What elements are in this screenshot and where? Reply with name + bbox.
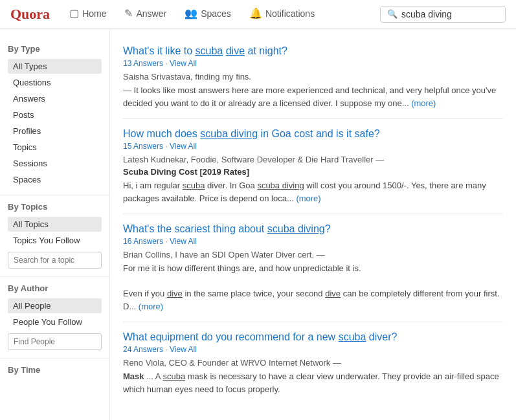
result-view-all[interactable]: View All <box>170 142 197 151</box>
results-pane: What's it like to scuba dive at night? 1… <box>110 28 516 420</box>
nav-notifications-label: Notifications <box>265 8 315 19</box>
sidebar-item-all-topics[interactable]: All Topics <box>8 217 102 232</box>
result-view-all[interactable]: View All <box>170 59 197 68</box>
by-topics-title: By Topics <box>8 202 102 212</box>
result-text: Hi, i am regular scuba diver. In Goa scu… <box>123 179 503 204</box>
search-input[interactable] <box>401 9 499 19</box>
divider-3 <box>0 358 109 359</box>
result-meta: 24 Answers · View All <box>123 345 503 354</box>
sidebar-item-posts[interactable]: Posts <box>8 107 102 122</box>
sidebar-item-all-people[interactable]: All People <box>8 298 102 313</box>
result-item: How much does scuba diving in Goa cost a… <box>123 119 503 214</box>
result-answers[interactable]: 16 Answers <box>123 237 163 246</box>
result-title[interactable]: What's it like to scuba dive at night? <box>123 45 503 57</box>
by-time-section: By Time <box>0 365 109 375</box>
spaces-icon: 👥 <box>185 7 197 19</box>
result-text: — It looks like most answers here are mo… <box>123 84 503 109</box>
sidebar: By Type All Types Questions Answers Post… <box>0 28 110 420</box>
result-view-all[interactable]: View All <box>170 345 197 354</box>
result-answers[interactable]: 15 Answers <box>123 142 163 151</box>
sidebar-item-questions[interactable]: Questions <box>8 75 102 90</box>
notifications-icon: 🔔 <box>249 7 262 19</box>
result-item: What equipment do you recommend for a ne… <box>123 322 503 404</box>
result-meta: 15 Answers · View All <box>123 142 503 151</box>
topic-search-input[interactable] <box>8 252 102 269</box>
nav-spaces-label: Spaces <box>201 8 231 19</box>
header: Quora ▢ Home ✎ Answer 👥 Spaces 🔔 Notific… <box>0 0 516 28</box>
result-title[interactable]: What's the scariest thing about scuba di… <box>123 223 503 235</box>
result-title[interactable]: What equipment do you recommend for a ne… <box>123 331 503 343</box>
result-author: Saisha Srivastava, finding my fins. <box>123 72 503 82</box>
result-item: What's it like to scuba dive at night? 1… <box>123 36 503 119</box>
result-author: Latesh Kudnekar, Foodie, Software Develo… <box>123 155 503 164</box>
answer-icon: ✎ <box>124 7 133 19</box>
home-icon: ▢ <box>69 7 79 19</box>
by-topics-section: By Topics All Topics Topics You Follow <box>0 202 109 269</box>
by-time-title: By Time <box>8 365 102 375</box>
result-answers[interactable]: 24 Answers <box>123 345 163 354</box>
nav-bar: ▢ Home ✎ Answer 👥 Spaces 🔔 Notifications <box>60 0 377 28</box>
result-text: For me it is how different things are, a… <box>123 262 503 313</box>
sidebar-item-all-types[interactable]: All Types <box>8 59 102 74</box>
sidebar-item-topics-you-follow[interactable]: Topics You Follow <box>8 233 102 248</box>
divider-1 <box>0 195 109 195</box>
sidebar-item-topics[interactable]: Topics <box>8 140 102 155</box>
result-author: Brian Collins, I have an SDI Open Water … <box>123 250 503 260</box>
sidebar-item-answers[interactable]: Answers <box>8 91 102 106</box>
result-more[interactable]: (more) <box>411 98 436 108</box>
main-layout: By Type All Types Questions Answers Post… <box>0 28 516 420</box>
nav-notifications[interactable]: 🔔 Notifications <box>240 0 324 28</box>
result-sub-heading: Scuba Diving Cost [2019 Rates] <box>123 167 503 177</box>
by-type-section: By Type All Types Questions Answers Post… <box>0 44 109 187</box>
result-text: Mask ... A scuba mask is necessary to ha… <box>123 370 503 395</box>
divider-2 <box>0 276 109 277</box>
nav-home-label: Home <box>82 8 106 19</box>
nav-home[interactable]: ▢ Home <box>60 0 115 28</box>
by-author-section: By Author All People People You Follow <box>0 283 109 350</box>
logo[interactable]: Quora <box>10 6 50 23</box>
by-author-title: By Author <box>8 283 102 293</box>
sidebar-item-profiles[interactable]: Profiles <box>8 124 102 138</box>
result-title[interactable]: How much does scuba diving in Goa cost a… <box>123 128 503 140</box>
search-icon: 🔍 <box>387 9 398 19</box>
sidebar-item-spaces[interactable]: Spaces <box>8 172 102 187</box>
nav-answer-label: Answer <box>136 8 166 19</box>
nav-spaces[interactable]: 👥 Spaces <box>175 0 240 28</box>
people-search-input[interactable] <box>8 333 102 350</box>
sidebar-item-sessions[interactable]: Sessions <box>8 156 102 171</box>
sidebar-item-people-you-follow[interactable]: People You Follow <box>8 315 102 329</box>
result-answers[interactable]: 13 Answers <box>123 59 163 68</box>
result-item: What's the scariest thing about scuba di… <box>123 214 503 322</box>
search-bar[interactable]: 🔍 <box>380 6 506 23</box>
by-type-title: By Type <box>8 44 102 54</box>
nav-answer[interactable]: ✎ Answer <box>115 0 175 28</box>
result-more[interactable]: (more) <box>139 302 163 311</box>
result-meta: 13 Answers · View All <box>123 59 503 68</box>
result-view-all[interactable]: View All <box>170 237 197 246</box>
result-more[interactable]: (more) <box>296 193 320 203</box>
result-meta: 16 Answers · View All <box>123 237 503 246</box>
result-author: Reno Viola, CEO & Founder at WRVO Intern… <box>123 358 503 368</box>
